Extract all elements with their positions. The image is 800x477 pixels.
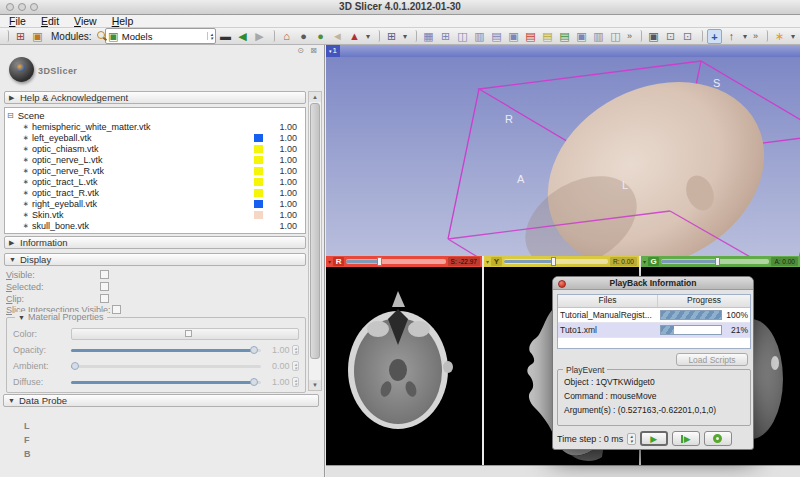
layout-tabbed-icon[interactable]: ▤ — [489, 29, 504, 44]
layout-yellow-slice-icon[interactable]: ▤ — [540, 29, 555, 44]
opacity-spinner[interactable]: ▴▾ — [292, 345, 299, 355]
model-color-swatch[interactable] — [254, 200, 263, 208]
file-row[interactable]: Tuto1.xml 21% — [558, 323, 750, 338]
threed-view[interactable]: ▾ 1 — [326, 45, 800, 256]
home-icon[interactable]: ⌂ — [279, 29, 294, 44]
record-loop-button[interactable] — [704, 431, 732, 446]
module-history-icon[interactable]: ▬ — [218, 29, 233, 44]
threed-view-header[interactable]: ▾ 1 — [326, 45, 800, 57]
layout-dual-3d-icon[interactable]: ◫ — [455, 29, 470, 44]
dropdown-arrow-icon[interactable]: ▾ — [741, 29, 749, 44]
load-scripts-button[interactable]: Load Scripts — [676, 353, 748, 366]
green-slice-offset-slider[interactable] — [661, 259, 769, 264]
separator[interactable] — [764, 30, 768, 42]
dark-scene-module-icon[interactable]: ● — [296, 29, 311, 44]
color-checkbox[interactable] — [185, 330, 192, 337]
step-forward-button[interactable]: ▶ — [672, 431, 700, 446]
scene-model-row[interactable]: ∗ left_eyeball.vtk 1.00 — [7, 132, 303, 143]
scene-model-row[interactable]: ∗ Skin.vtk 1.00 — [7, 209, 303, 220]
green-scene-module-icon[interactable]: ● — [313, 29, 328, 44]
menu-item[interactable]: Help — [112, 15, 134, 27]
combo-spinner-icon[interactable]: ▴▾ — [207, 32, 213, 40]
diffuse-spinner[interactable]: ▴▾ — [292, 377, 299, 387]
selected-checkbox[interactable] — [100, 282, 109, 291]
expanded-arrow-icon[interactable]: ▼ — [18, 314, 25, 321]
transforms-icon[interactable]: ▲ — [347, 29, 362, 44]
module-selector-combobox[interactable]: ▣ Models ▴▾ — [105, 28, 216, 44]
ambient-slider[interactable] — [71, 365, 261, 368]
scene-model-row[interactable]: ∗ optic_tract_L.vtk 1.00 — [7, 176, 303, 187]
panel-scrollbar[interactable]: ▲ ▼ — [308, 91, 322, 391]
yellow-slice-offset-slider[interactable] — [504, 259, 608, 264]
separator[interactable] — [5, 30, 9, 42]
slice-intersections-checkbox[interactable] — [112, 305, 121, 314]
slice-menu-icon[interactable]: ▾ — [486, 258, 489, 265]
separator[interactable] — [699, 30, 703, 42]
files-column-header[interactable]: Files — [558, 295, 658, 307]
overflow-chevron-icon[interactable]: » — [751, 29, 760, 44]
crosshair-icon[interactable]: + — [707, 29, 722, 44]
layout-four-up-icon[interactable]: ⊞ — [438, 29, 453, 44]
layout-conventional-icon[interactable]: ▦ — [421, 29, 436, 44]
module-search-icon[interactable] — [96, 30, 103, 42]
data-probe-section[interactable]: ▼ Data Probe — [3, 394, 319, 407]
model-color-swatch[interactable] — [254, 189, 263, 197]
model-color-swatch[interactable] — [254, 178, 263, 186]
load-data-icon[interactable]: ⊞ — [13, 29, 28, 44]
scene-model-row[interactable]: ∗ optic_nerve_R.vtk 1.00 — [7, 165, 303, 176]
color-picker-button[interactable] — [71, 328, 299, 340]
slice-menu-icon[interactable]: ▾ — [328, 258, 331, 265]
opacity-slider[interactable] — [71, 349, 261, 352]
layout-compare-icon[interactable]: ▥ — [591, 29, 606, 44]
separator[interactable] — [413, 30, 417, 42]
scene-view-capture-icon[interactable]: ⊡ — [663, 29, 678, 44]
scene-model-row[interactable]: ∗ skull_bone.vtk 1.00 — [7, 220, 303, 231]
layout-3d-only-icon[interactable]: ▣ — [506, 29, 521, 44]
scene-root-row[interactable]: ⊟ Scene — [7, 109, 303, 121]
progress-column-header[interactable]: Progress — [658, 295, 750, 307]
dropdown-arrow-icon[interactable]: ▾ — [401, 29, 409, 44]
overflow-chevron-icon[interactable]: » — [625, 29, 634, 44]
model-color-swatch[interactable] — [254, 222, 263, 230]
information-section[interactable]: ▶ Information — [4, 236, 306, 249]
layout-tabbed-slice-icon[interactable]: ▣ — [574, 29, 589, 44]
play-button[interactable]: ▶ — [640, 431, 668, 446]
separator[interactable] — [638, 30, 642, 42]
scene-view-restore-icon[interactable]: ⊡ — [680, 29, 695, 44]
layout-side-by-side-icon[interactable]: ◫ — [608, 29, 623, 44]
module-previous-icon[interactable]: ◀ — [235, 29, 250, 44]
red-slice-offset-slider[interactable] — [346, 259, 446, 264]
scene-model-row[interactable]: ∗ optic_tract_R.vtk 1.00 — [7, 187, 303, 198]
scene-model-row[interactable]: ∗ right_eyeball.vtk 1.00 — [7, 198, 303, 209]
scene-model-row[interactable]: ∗ optic_chiasm.vtk 1.00 — [7, 143, 303, 154]
time-step-spinner[interactable]: ▴▾ — [627, 433, 636, 445]
display-section[interactable]: ▼ Display — [4, 253, 306, 266]
threed-render-canvas[interactable]: S R A L — [326, 57, 800, 256]
model-color-swatch[interactable] — [254, 167, 263, 175]
scrollbar-thumb[interactable] — [310, 103, 320, 359]
fiducial-pin-icon[interactable]: ↑ — [724, 29, 739, 44]
dropdown-arrow-icon[interactable]: ▾ — [789, 29, 797, 44]
model-color-swatch[interactable] — [254, 134, 263, 142]
menu-item[interactable]: Edit — [41, 15, 59, 27]
menu-item[interactable]: File — [9, 15, 26, 27]
panel-undock-icon[interactable]: ⊠ — [309, 46, 318, 55]
scroll-up-icon[interactable]: ▲ — [309, 92, 321, 102]
dialog-title-bar[interactable]: PlayBack Information — [553, 277, 753, 290]
layout-red-slice-icon[interactable]: ▤ — [523, 29, 538, 44]
model-color-swatch[interactable] — [254, 123, 263, 131]
layout-3d-table-icon[interactable]: ▥ — [472, 29, 487, 44]
restore-views-icon[interactable]: ◄ — [330, 29, 345, 44]
scene-model-row[interactable]: ∗ hemispheric_white_matter.vtk 1.00 — [7, 121, 303, 132]
menu-item[interactable]: View — [74, 15, 97, 27]
mini-dropdown-arrow-icon[interactable]: ▾ — [364, 29, 372, 44]
threed-pane-tag[interactable]: ▾ 1 — [326, 45, 340, 57]
model-color-swatch[interactable] — [254, 145, 263, 153]
save-icon[interactable]: ▣ — [30, 29, 45, 44]
separator[interactable] — [376, 30, 380, 42]
extensions-icon[interactable]: ∗ — [772, 29, 787, 44]
scroll-down-icon[interactable]: ▼ — [309, 380, 321, 390]
scene-model-row[interactable]: ∗ optic_nerve_L.vtk 1.00 — [7, 154, 303, 165]
help-acknowledgement-section[interactable]: ▶ Help & Acknowledgement — [4, 91, 306, 104]
ambient-spinner[interactable]: ▴▾ — [292, 361, 299, 371]
